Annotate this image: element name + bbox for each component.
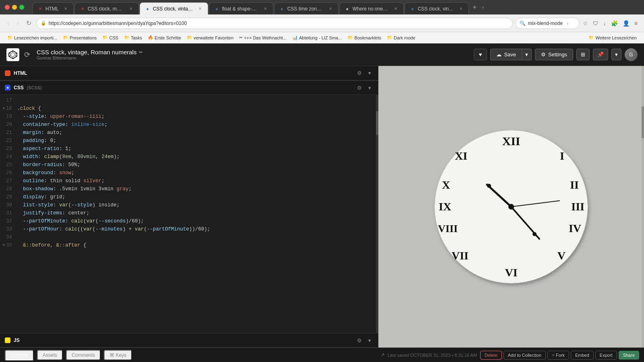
bookmark-label-3: CSS [109,35,118,40]
save-button[interactable]: ☁ Save [490,49,522,60]
bookmark-darkmode[interactable]: 📁 Dark mode [384,34,418,41]
user-avatar[interactable]: G [625,48,638,61]
address-bar[interactable]: 🔒 https://codepen.io/gunnarbittesmann/pe… [36,18,513,29]
bookmark-erste[interactable]: 🔥 Erste Schritte [145,34,184,41]
line-num-35: ▾35 [0,241,17,249]
tab-keys[interactable]: ⌘ Keys [104,350,132,360]
share-button[interactable]: Share [619,351,639,360]
line-content-20: container-type: inline-size; [17,121,378,129]
more-button[interactable]: ▾ [611,49,621,60]
preview-scrollbar-thumb[interactable] [642,106,644,138]
bookmark-button[interactable]: ☆ [581,19,590,28]
tab-assets[interactable]: Assets [37,350,63,360]
grid-button[interactable]: ⊞ [576,49,590,60]
tab-close-3[interactable]: ✕ [197,6,203,12]
line-num-18: ▾18 [0,105,17,113]
tab-close-5[interactable]: ✕ [328,6,333,12]
tab-1[interactable]: ✕ HTML ✕ [32,2,74,14]
line-num-32: 32 [0,217,17,225]
profile-button[interactable]: 👤 [621,19,631,28]
save-chevron-button[interactable]: ▾ [522,49,532,60]
refresh-button[interactable]: ↻ [24,18,34,29]
back-button[interactable]: ‹ [5,18,12,29]
js-settings-btn[interactable]: ⚙ [355,337,364,344]
bookmark-abteilung[interactable]: 📊 Abteilung - LIZ Sma... [290,34,344,41]
nav-right-controls: 🔍 mix-blend-mode › ☆ 🛡 ↓ 🧩 👤 ≡ [515,18,639,29]
downloads-button[interactable]: ↓ [602,19,608,28]
minimize-button[interactable] [12,5,17,10]
external-link[interactable]: ↗ [381,352,384,358]
tab-close-1[interactable]: ✕ [63,6,68,12]
tab-2[interactable]: ✕ CSS clock, mode... ✕ [74,2,139,14]
bookmark-css[interactable]: 📁 CSS [100,34,121,41]
css-code-editor[interactable]: 17 ▾18 .clock { 19 --style: upper-roman-… [0,95,378,333]
bookmark-tasks[interactable]: 📁 Tasks [122,34,144,41]
bookmark-label-10: Dark mode [394,35,415,40]
html-chevron-btn[interactable]: ▾ [366,69,374,77]
fork-button[interactable]: ⑂ Fork [547,351,569,360]
tab-title-4: float & shape-outsic... [222,6,258,12]
tab-comments[interactable]: Comments [66,350,101,360]
line-num-31: 31 [0,209,17,217]
js-dot [5,337,10,343]
tab-5[interactable]: ● CSS time zone cle... ✕ [274,2,339,14]
css-dot: ★ [5,85,10,90]
tab-close-2[interactable]: ✕ [128,6,134,12]
bookmark-presentations[interactable]: 📁 Presentations [60,34,99,41]
tab-close-6[interactable]: ✕ [393,6,398,12]
line-content-34 [17,233,378,241]
close-button[interactable] [5,5,10,10]
heart-button[interactable]: ♥ [474,49,487,60]
line-content-17 [17,97,378,105]
line-num-21: 21 [0,129,17,137]
second-hand [511,201,559,207]
folder-icon-4: 📁 [124,35,130,40]
js-panel-header: JS ⚙ ▾ [0,333,378,348]
bookmark-lesezeichen[interactable]: 📁 Lesezeichen importi... [5,34,60,41]
html-settings-btn[interactable]: ⚙ [355,69,364,77]
preview-scrollbar[interactable] [642,66,644,348]
bottom-actions: Delete Add to Collection ⑂ Fork Embed Ex… [480,351,639,360]
tab-title-1: HTML [45,6,59,12]
css-chevron-btn[interactable]: ▾ [366,84,374,92]
tab-6[interactable]: ● Where no one has go... ✕ [339,2,404,14]
traffic-lights [0,5,29,10]
save-label: Save [504,51,516,58]
css-settings-btn[interactable]: ⚙ [355,84,364,92]
js-chevron-btn[interactable]: ▾ [366,337,374,344]
browser-top-bar: ✕ HTML ✕ ✕ CSS clock, mode... ✕ ● CSS cl… [0,0,644,14]
delete-button[interactable]: Delete [480,351,502,360]
pin-button[interactable]: 📌 [593,49,608,60]
new-tab-button[interactable]: + [470,4,480,11]
extensions-button[interactable]: 🧩 [609,19,619,28]
bookmark-verwaltete[interactable]: 📁 verwaltete Favoriten [184,34,236,41]
edit-icon[interactable]: ✏ [139,49,143,55]
bookmark-bookmarklets[interactable]: 📁 Bookmarklets [345,34,384,41]
clock-preview: XII I II III IV V VI VII VIII IX X XI [435,130,588,283]
hour-hand [487,185,511,207]
line-num-23: 23 [0,145,17,153]
code-line-18: ▾18 .clock { [0,105,378,113]
fullscreen-button[interactable] [19,5,24,10]
menu-button[interactable]: ≡ [633,19,639,28]
tab-close-4[interactable]: ✕ [262,6,268,12]
code-line-17: 17 [0,97,378,105]
code-line-35: ▾35 &::before, &::after { [0,241,378,249]
svg-marker-1 [11,52,15,57]
tab-4[interactable]: ● float & shape-outsic... ✕ [209,2,273,14]
tab-7[interactable]: ● CSS clock, vintag... ✕ [405,2,469,14]
shield-button[interactable]: 🛡 [591,19,600,28]
bookmark-weihnacht[interactable]: ✂ +++ Das Weihnacht... [237,34,289,41]
tab-3-active[interactable]: ● CSS clock, vintag... ✕ [140,2,208,14]
line-num-22: 22 [0,137,17,145]
add-to-collection-button[interactable]: Add to Collection [504,351,546,360]
bookmark-weitere[interactable]: 📁 Weitere Lesezeichen [586,34,639,41]
embed-button[interactable]: Embed [571,351,594,360]
settings-button[interactable]: ⚙ Settings [535,49,573,60]
tab-close-7[interactable]: ✕ [458,6,464,12]
tab-overflow-chevron[interactable]: › [481,4,485,10]
tab-console[interactable]: Console [5,350,34,360]
code-line-29: 29 display: grid; [0,193,378,201]
export-button[interactable]: Export [595,351,617,360]
forward-button[interactable]: › [14,18,21,29]
